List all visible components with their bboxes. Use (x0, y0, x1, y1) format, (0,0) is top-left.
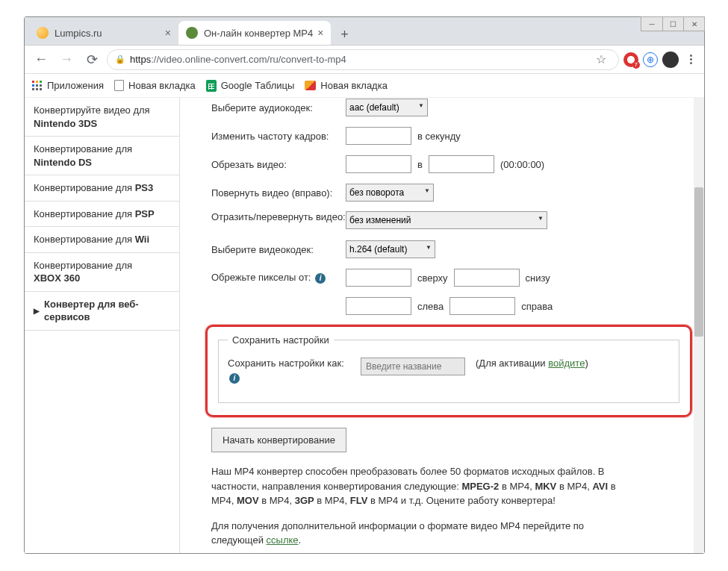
input-crop-bottom[interactable] (454, 269, 520, 287)
save-settings-fieldset: Сохранить настройки Сохранить настройки … (218, 334, 679, 403)
tab-converter[interactable]: Он-лайн конвертер MP4 × (178, 21, 331, 45)
hint-trim: (00:00:00) (500, 159, 544, 170)
sidebar: Конвертируйте видео дляNintendo 3DS Конв… (25, 98, 180, 553)
tab-lumpics[interactable]: Lumpics.ru × (29, 21, 178, 45)
select-rotate[interactable]: без поворота (346, 184, 434, 202)
input-trim-start[interactable] (346, 155, 411, 173)
input-trim-end[interactable] (429, 155, 494, 173)
bookmark-label: Новая вкладка (320, 80, 388, 91)
sheets-icon (206, 80, 217, 92)
new-tab-button[interactable]: + (334, 24, 355, 45)
more-info-link[interactable]: ссылке (267, 534, 299, 546)
close-icon[interactable]: × (165, 27, 171, 39)
sidebar-header-webservices[interactable]: ▶Конвертер для веб-сервисов (25, 292, 179, 331)
save-settings-legend: Сохранить настройки (228, 334, 334, 346)
sidebar-item-ps3[interactable]: Конвертирование для PS3 (25, 175, 179, 202)
row-rotate: Повернуть видео (вправо): без поворота (211, 183, 686, 202)
label-trim-sep: в (417, 159, 423, 170)
maximize-button[interactable]: ☐ (662, 17, 683, 31)
bookmarks-bar: Приложения Новая вкладка Google Таблицы … (25, 74, 704, 98)
url-path: /ru/convert-to-mp4 (267, 54, 346, 65)
save-settings-row: Сохранить настройки как:i (Для активации… (228, 358, 670, 384)
select-audio-codec[interactable]: aac (default) (346, 99, 428, 116)
row-flip: Отразить/перевернуть видео: без изменени… (211, 211, 686, 231)
extension-globe-icon[interactable]: ⊕ (643, 52, 658, 67)
info-icon[interactable]: i (229, 373, 240, 384)
label-crop-bottom: снизу (526, 272, 550, 284)
label-crop-left: слева (417, 301, 444, 312)
apps-shortcut[interactable]: Приложения (32, 80, 104, 91)
lock-icon: 🔒 (115, 54, 125, 64)
bookmark-label: Новая вкладка (128, 80, 196, 91)
input-crop-top[interactable] (346, 269, 411, 287)
bookmark-label: Google Таблицы (221, 80, 295, 91)
input-save-name[interactable] (361, 358, 465, 375)
browser-window: ─ ☐ ✕ Lumpics.ru × Он-лайн конвертер MP4… (24, 16, 705, 554)
favicon-converter (186, 27, 198, 39)
close-icon[interactable]: × (317, 27, 323, 39)
input-crop-right[interactable] (449, 297, 515, 315)
save-settings-highlight: Сохранить настройки Сохранить настройки … (205, 325, 692, 417)
sidebar-item-psp[interactable]: Конвертирование для PSP (25, 202, 179, 228)
login-link[interactable]: войдите (548, 358, 585, 369)
description-paragraph-1: Наш MP4 конвертер способен преобразовать… (211, 464, 637, 508)
reload-button[interactable]: ⟳ (81, 49, 102, 70)
url-domain: ://video.online-convert.com (151, 54, 267, 65)
description-paragraph-2: Для получения дополнительной информации … (211, 519, 637, 548)
address-bar[interactable]: 🔒 https://video.online-convert.com/ru/co… (107, 49, 619, 70)
sidebar-item-wii[interactable]: Конвертирование для Wii (25, 227, 179, 253)
bookmark-newtab2[interactable]: Новая вкладка (305, 80, 388, 91)
label-trim: Обрезать видео: (211, 159, 346, 170)
extension-opera-icon[interactable]: 7 (623, 52, 638, 67)
label-fps: Изменить частоту кадров: (211, 131, 346, 142)
input-crop-left[interactable] (346, 297, 411, 315)
minimize-button[interactable]: ─ (641, 17, 662, 31)
apps-icon (32, 81, 43, 91)
vertical-scrollbar[interactable] (694, 98, 704, 553)
scrollbar-track (694, 98, 704, 553)
close-window-button[interactable]: ✕ (683, 17, 704, 31)
unit-fps: в секунду (417, 131, 461, 142)
info-icon[interactable]: i (315, 273, 326, 284)
tab-title: Он-лайн конвертер MP4 (204, 28, 313, 39)
main-area: Выберите аудиокодек: aac (default) Измен… (180, 98, 704, 553)
label-crop-right: справа (521, 301, 553, 312)
scrollbar-thumb[interactable] (694, 187, 703, 337)
sidebar-item-nintendods[interactable]: Конвертирование дляNintendo DS (25, 137, 179, 175)
row-trim: Обрезать видео: в (00:00:00) (211, 155, 686, 174)
label-audio-codec: Выберите аудиокодек: (211, 102, 346, 113)
favicon-lumpics (37, 27, 49, 39)
sidebar-item-nintendo3ds[interactable]: Конвертируйте видео дляNintendo 3DS (25, 98, 179, 137)
image-icon (305, 81, 316, 90)
tab-title: Lumpics.ru (55, 28, 161, 39)
row-video-codec: Выберите видеокодек: h.264 (default) (211, 240, 686, 259)
start-conversion-button[interactable]: Начать конвертирование (211, 428, 346, 452)
select-flip[interactable]: без изменений (346, 211, 547, 229)
forward-button[interactable]: → (56, 49, 77, 70)
label-video-codec: Выберите видеокодек: (211, 244, 346, 255)
browser-menu-button[interactable] (683, 52, 698, 67)
address-bar-row: ← → ⟳ 🔒 https://video.online-convert.com… (25, 46, 704, 74)
back-button[interactable]: ← (31, 49, 52, 70)
label-save-as: Сохранить настройки как:i (228, 358, 355, 384)
row-crop-2: слева справа (211, 296, 686, 316)
row-crop-1: Обрежьте пикселы от: i сверху снизу (211, 268, 686, 287)
chevron-right-icon: ▶ (34, 306, 40, 316)
url-scheme: https (130, 54, 151, 65)
label-crop-top: сверху (417, 272, 448, 284)
bookmark-newtab1[interactable]: Новая вкладка (114, 80, 196, 91)
profile-avatar[interactable] (662, 52, 679, 68)
page-icon (114, 80, 124, 91)
input-fps[interactable] (346, 127, 411, 145)
bookmark-star-icon[interactable]: ☆ (596, 52, 606, 66)
row-audio-codec: Выберите аудиокодек: aac (default) (211, 98, 686, 117)
bookmark-label: Приложения (47, 80, 104, 91)
bookmark-sheets[interactable]: Google Таблицы (206, 80, 295, 92)
label-rotate: Повернуть видео (вправо): (211, 187, 346, 199)
conversion-form: Выберите аудиокодек: aac (default) Измен… (180, 98, 704, 548)
tab-strip: Lumpics.ru × Он-лайн конвертер MP4 × + (25, 17, 704, 46)
label-crop: Обрежьте пикселы от: i (211, 272, 346, 284)
row-fps: Изменить частоту кадров: в секунду (211, 126, 686, 146)
select-video-codec[interactable]: h.264 (default) (346, 240, 435, 258)
sidebar-item-xbox360[interactable]: Конвертирование дляXBOX 360 (25, 253, 179, 292)
